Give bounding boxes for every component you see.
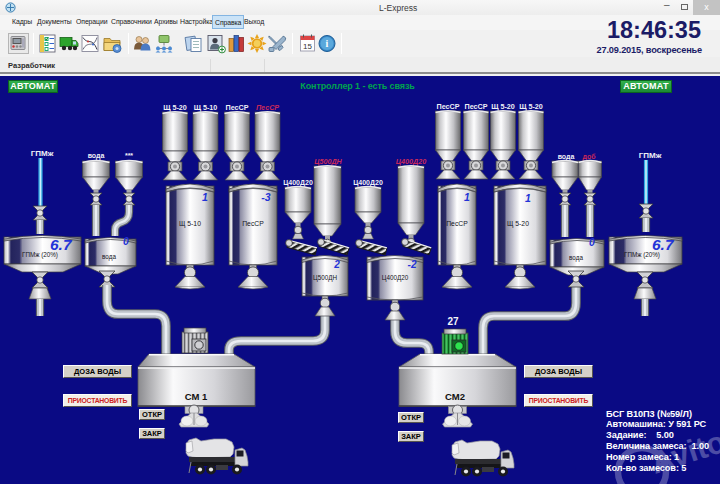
svg-text:ГПМж: ГПМж bbox=[31, 149, 54, 158]
svg-text:-2: -2 bbox=[408, 259, 417, 270]
svg-text:Щ 5-10: Щ 5-10 bbox=[194, 103, 218, 112]
svg-text:15: 15 bbox=[303, 42, 312, 51]
svg-text:-3: -3 bbox=[261, 191, 270, 203]
svg-text:ПесСР: ПесСР bbox=[256, 103, 279, 112]
svg-text:ГПМж (20%): ГПМж (20%) bbox=[22, 251, 58, 259]
svg-text:ПесСР: ПесСР bbox=[436, 102, 459, 111]
svg-text:ПесСР: ПесСР bbox=[446, 220, 468, 227]
svg-text:ПесСР: ПесСР bbox=[225, 103, 248, 112]
svg-text:ПесСР: ПесСР bbox=[242, 220, 264, 227]
svg-text:2: 2 bbox=[333, 259, 340, 270]
svg-text:Ц500ДН: Ц500ДН bbox=[313, 274, 337, 282]
svg-text:Щ 5-20: Щ 5-20 bbox=[163, 103, 187, 112]
svg-text:0: 0 bbox=[589, 236, 595, 248]
svg-text:i: i bbox=[326, 38, 329, 49]
svg-text:27: 27 bbox=[447, 316, 459, 327]
svg-text:Ц400Д20: Ц400Д20 bbox=[396, 157, 426, 166]
svg-text:Щ 5-10: Щ 5-10 bbox=[179, 220, 201, 228]
svg-text:***: *** bbox=[125, 152, 133, 159]
svg-text:Щ 5-20: Щ 5-20 bbox=[519, 102, 543, 111]
svg-text:1: 1 bbox=[202, 191, 208, 203]
svg-text:вода: вода bbox=[88, 152, 105, 160]
svg-text:ПесСР: ПесСР bbox=[464, 102, 487, 111]
svg-text:1: 1 bbox=[525, 192, 531, 204]
svg-text:Ц500ДН: Ц500ДН bbox=[314, 157, 342, 166]
svg-text:СМ2: СМ2 bbox=[445, 391, 465, 402]
svg-text:вода: вода bbox=[569, 254, 583, 262]
svg-text:Щ 5-20: Щ 5-20 bbox=[491, 102, 515, 111]
svg-text:СМ 1: СМ 1 bbox=[185, 391, 208, 402]
svg-text:вода: вода bbox=[102, 253, 116, 261]
svg-text:ГПМж (20%): ГПМж (20%) bbox=[624, 251, 660, 259]
svg-text:Щ 5-20: Щ 5-20 bbox=[507, 220, 529, 228]
svg-text:1: 1 bbox=[464, 191, 470, 203]
svg-text:ГПМж: ГПМж bbox=[639, 151, 662, 160]
svg-text:0: 0 bbox=[123, 235, 129, 247]
svg-text:Ц400Д20: Ц400Д20 bbox=[382, 274, 409, 282]
